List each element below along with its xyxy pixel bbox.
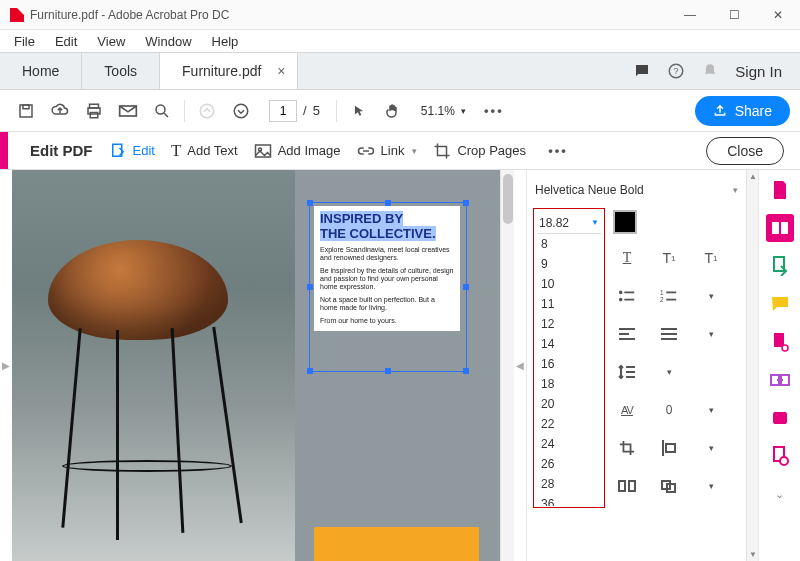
size-option[interactable]: 14 [537, 334, 601, 354]
edit-pdf-tool-icon[interactable] [766, 214, 794, 242]
align-left-icon[interactable] [615, 324, 639, 344]
crop-tool-icon[interactable] [615, 438, 639, 458]
resize-handle[interactable] [463, 200, 469, 206]
page-up-icon[interactable] [191, 95, 223, 127]
organize-tool-icon[interactable] [766, 328, 794, 356]
close-edit-button[interactable]: Close [706, 137, 784, 165]
viewport-scrollbar[interactable] [500, 170, 514, 561]
print-icon[interactable] [78, 95, 110, 127]
size-option[interactable]: 18 [537, 374, 601, 394]
kerning-icon[interactable]: AV [615, 400, 639, 420]
size-option[interactable]: 22 [537, 414, 601, 434]
size-option[interactable]: 20 [537, 394, 601, 414]
crop-pages-button[interactable]: Crop Pages [433, 142, 526, 160]
page-down-icon[interactable] [225, 95, 257, 127]
arrange-options-icon[interactable]: ▾ [699, 476, 723, 496]
flip-horizontal-icon[interactable] [615, 476, 639, 496]
chat-icon[interactable] [633, 62, 651, 80]
redact-tool-icon[interactable] [766, 404, 794, 432]
size-option[interactable]: 28 [537, 474, 601, 494]
kerning-value[interactable]: 0 [657, 400, 681, 420]
resize-handle[interactable] [307, 284, 313, 290]
menu-edit[interactable]: Edit [47, 32, 85, 51]
menu-view[interactable]: View [89, 32, 133, 51]
zoom-dropdown[interactable]: 51.1% ▾ [421, 104, 466, 118]
sign-in-link[interactable]: Sign In [735, 63, 782, 80]
add-image-button[interactable]: Add Image [254, 143, 341, 159]
subscript-icon[interactable]: T1 [699, 248, 723, 268]
numbered-list-icon[interactable]: 12 [657, 286, 681, 306]
select-tool-icon[interactable] [343, 95, 375, 127]
share-button[interactable]: Share [695, 96, 790, 126]
align-options-icon[interactable]: ▾ [699, 324, 723, 344]
arrange-icon[interactable] [657, 476, 681, 496]
list-options-icon[interactable]: ▾ [699, 286, 723, 306]
more-edit-icon[interactable]: ••• [542, 135, 574, 167]
mid-panel-toggle[interactable]: ◀ [514, 170, 526, 561]
maximize-button[interactable]: ☐ [712, 0, 756, 30]
minimize-button[interactable]: ― [668, 0, 712, 30]
scroll-thumb[interactable] [503, 174, 513, 224]
line-spacing-icon[interactable] [615, 362, 639, 382]
comment-tool-icon[interactable] [766, 290, 794, 318]
close-window-button[interactable]: ✕ [756, 0, 800, 30]
underline-icon[interactable]: T [615, 248, 639, 268]
combine-tool-icon[interactable] [766, 366, 794, 394]
align-options-icon[interactable]: ▾ [699, 438, 723, 458]
close-tab-icon[interactable]: × [277, 63, 285, 79]
size-option[interactable]: 26 [537, 454, 601, 474]
link-button[interactable]: Link [357, 143, 418, 158]
document-image [12, 170, 295, 561]
export-pdf-tool-icon[interactable] [766, 252, 794, 280]
protect-tool-icon[interactable] [766, 442, 794, 470]
font-family-dropdown[interactable]: Helvetica Neue Bold ▾ [535, 176, 738, 204]
left-panel-toggle[interactable]: ▶ [0, 170, 12, 561]
resize-handle[interactable] [307, 200, 313, 206]
size-option[interactable]: 8 [537, 234, 601, 254]
bullet-list-icon[interactable] [615, 286, 639, 306]
font-size-combobox[interactable]: 18.82 ▼ [537, 212, 601, 234]
kerning-options-icon[interactable]: ▾ [699, 400, 723, 420]
tab-tools[interactable]: Tools [82, 53, 160, 89]
panel-scrollbar[interactable]: ▲ ▼ [746, 170, 758, 561]
align-justify-icon[interactable] [657, 324, 681, 344]
size-option[interactable]: 10 [537, 274, 601, 294]
superscript-icon[interactable]: T1 [657, 248, 681, 268]
add-text-button[interactable]: T Add Text [171, 141, 238, 161]
menu-window[interactable]: Window [137, 32, 199, 51]
scroll-down-icon[interactable]: ▼ [749, 550, 757, 559]
text-color-swatch[interactable] [613, 210, 637, 234]
size-option[interactable]: 24 [537, 434, 601, 454]
tab-home[interactable]: Home [0, 53, 82, 89]
resize-handle[interactable] [463, 368, 469, 374]
more-icon[interactable]: ••• [478, 95, 510, 127]
edit-button[interactable]: Edit [109, 142, 155, 160]
resize-handle[interactable] [463, 284, 469, 290]
menu-help[interactable]: Help [204, 32, 247, 51]
size-option[interactable]: 9 [537, 254, 601, 274]
resize-handle[interactable] [385, 368, 391, 374]
svg-rect-35 [629, 481, 635, 491]
mail-icon[interactable] [112, 95, 144, 127]
size-option[interactable]: 11 [537, 294, 601, 314]
spacing-options-icon[interactable]: ▾ [657, 362, 681, 382]
hand-tool-icon[interactable] [377, 95, 409, 127]
size-option[interactable]: 12 [537, 314, 601, 334]
save-icon[interactable] [10, 95, 42, 127]
page-number-input[interactable] [269, 100, 297, 122]
bell-icon[interactable] [701, 62, 719, 80]
size-option[interactable]: 16 [537, 354, 601, 374]
resize-handle[interactable] [307, 368, 313, 374]
tab-document[interactable]: Furniture.pdf × [160, 53, 298, 89]
size-option[interactable]: 36 [537, 494, 601, 506]
menu-file[interactable]: File [6, 32, 43, 51]
align-vertical-icon[interactable] [657, 438, 681, 458]
cloud-upload-icon[interactable] [44, 95, 76, 127]
document-text-block[interactable]: INSPIRED BY THE COLLECTIVE. Explore Scan… [314, 206, 460, 331]
search-icon[interactable] [146, 95, 178, 127]
help-icon[interactable]: ? [667, 62, 685, 80]
scroll-up-icon[interactable]: ▲ [749, 172, 757, 181]
create-pdf-tool-icon[interactable] [766, 176, 794, 204]
document-viewport[interactable]: INSPIRED BY THE COLLECTIVE. Explore Scan… [12, 170, 500, 561]
expand-tools-icon[interactable]: ⌄ [766, 480, 794, 508]
